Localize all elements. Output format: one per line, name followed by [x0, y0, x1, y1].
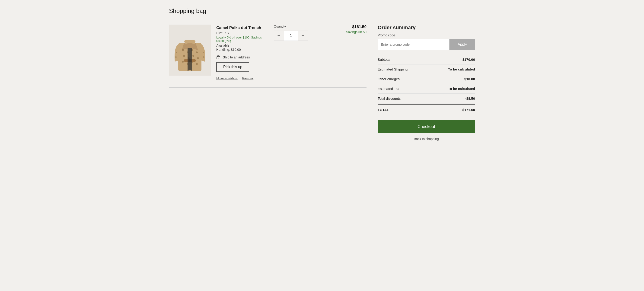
svg-point-6	[196, 52, 198, 53]
item-price: $161.50	[352, 24, 366, 29]
other-charges-value: $10.00	[464, 77, 475, 81]
summary-row-tax: Estimated Tax To be calculated	[378, 84, 475, 94]
quantity-increase-button[interactable]: +	[298, 30, 308, 41]
svg-point-11	[182, 61, 184, 62]
promo-label: Promo code	[378, 34, 475, 37]
other-charges-label: Other charges	[378, 77, 400, 81]
loyalty-text: Loyalty 5% off over $100: Savings $8.50 …	[216, 36, 268, 43]
quantity-label: Quantity	[274, 24, 286, 28]
promo-row: Apply	[378, 39, 475, 50]
apply-button[interactable]: Apply	[450, 39, 475, 50]
cart-item: Camel Polka-dot Trench Size: XS Loyalty …	[169, 24, 366, 88]
svg-point-9	[192, 55, 194, 57]
svg-point-7	[183, 55, 185, 57]
quantity-value: 1	[284, 30, 298, 41]
cart-bottom-divider	[169, 88, 366, 88]
product-size: Size: XS	[216, 31, 268, 35]
quantity-decrease-button[interactable]: −	[274, 30, 284, 41]
subtotal-label: Subtotal	[378, 58, 390, 62]
ship-to-address-label: Ship to an address	[223, 56, 250, 59]
cart-item-right: Quantity − 1 + $161.50 Savings $8.50	[274, 24, 366, 41]
svg-point-19	[202, 52, 204, 53]
product-name: Camel Polka-dot Trench	[216, 26, 268, 30]
main-content: Camel Polka-dot Trench Size: XS Loyalty …	[169, 24, 475, 141]
svg-point-3	[182, 49, 184, 51]
summary-row-other-charges: Other charges $10.00	[378, 74, 475, 84]
svg-point-18	[175, 56, 177, 58]
page-title: Shopping bag	[169, 8, 475, 14]
item-savings: Savings $8.50	[346, 30, 366, 34]
total-value: $171.50	[462, 108, 475, 112]
svg-point-14	[196, 63, 198, 65]
promo-code-input[interactable]	[378, 39, 450, 50]
quantity-controls: − 1 +	[274, 30, 308, 41]
order-summary-section: Order summary Promo code Apply Subtotal …	[378, 24, 475, 141]
pick-up-button[interactable]: Pick this up	[216, 62, 249, 72]
quantity-section: Quantity − 1 +	[274, 24, 325, 41]
svg-point-10	[197, 57, 199, 59]
shipping-value: To be calculated	[448, 67, 475, 71]
total-label: TOTAL	[378, 108, 389, 112]
ship-icon	[216, 55, 221, 59]
handling: Handling: $10.00	[216, 48, 268, 52]
cart-actions: Move to wishlist Remove	[216, 76, 268, 80]
summary-row-subtotal: Subtotal $170.00	[378, 55, 475, 64]
discounts-label: Total discounts	[378, 96, 400, 100]
tax-label: Estimated Tax	[378, 87, 400, 91]
summary-row-total: TOTAL $171.50	[378, 104, 475, 114]
subtotal-value: $170.00	[462, 58, 475, 62]
svg-point-17	[176, 52, 177, 53]
price-column: $161.50 Savings $8.50	[334, 24, 366, 34]
shipping-label: Estimated Shipping	[378, 67, 408, 71]
svg-point-20	[203, 56, 204, 58]
header-divider	[169, 19, 475, 19]
summary-row-shipping: Estimated Shipping To be calculated	[378, 64, 475, 74]
svg-marker-21	[188, 48, 192, 71]
cart-section: Camel Polka-dot Trench Size: XS Loyalty …	[169, 24, 366, 88]
order-summary-title: Order summary	[378, 24, 475, 30]
product-image-container	[169, 24, 211, 76]
back-to-shopping-link[interactable]: Back to shopping	[378, 137, 475, 141]
tax-value: To be calculated	[448, 87, 475, 91]
ship-to-address-row: Ship to an address	[216, 55, 268, 59]
summary-row-discounts: Total discounts -$8.50	[378, 94, 475, 104]
move-to-wishlist-button[interactable]: Move to wishlist	[216, 76, 238, 80]
availability: Available	[216, 44, 268, 47]
svg-rect-23	[218, 56, 219, 57]
product-details: Camel Polka-dot Trench Size: XS Loyalty …	[216, 24, 268, 80]
remove-button[interactable]: Remove	[242, 76, 254, 80]
checkout-button[interactable]: Checkout	[378, 120, 475, 133]
svg-rect-24	[218, 58, 219, 59]
discounts-value: -$8.50	[465, 96, 475, 100]
product-image	[171, 27, 208, 73]
